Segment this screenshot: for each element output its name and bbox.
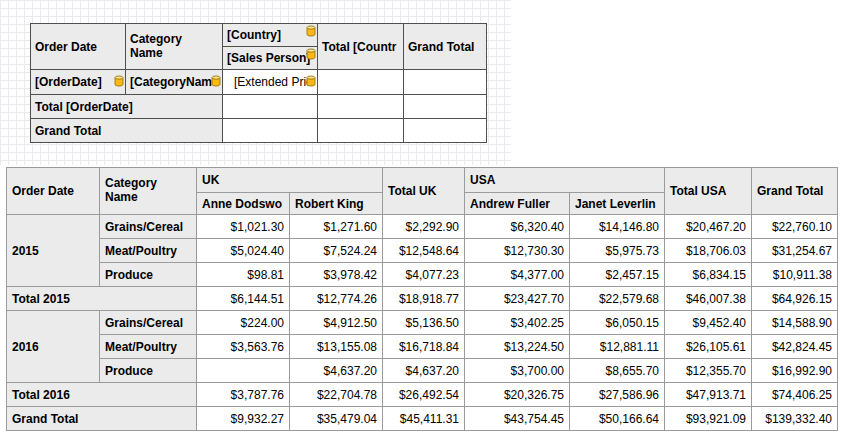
value-cell (197, 359, 290, 383)
value-cell: $31,254.67 (752, 239, 838, 263)
col-header-order-date: Order Date (7, 168, 100, 215)
pivot-designer-table: Order Date Category Name [Country] Total… (30, 23, 487, 143)
value-cell: $2,292.90 (383, 215, 465, 239)
value-cell: $16,992.90 (752, 359, 838, 383)
value-cell: $18,706.03 (665, 239, 752, 263)
col-group-usa: USA (465, 168, 665, 193)
designer-empty-cell[interactable] (404, 95, 487, 119)
col-header-janet-leverlin: Janet Leverlin (570, 193, 665, 215)
row-header-grand-total: Grand Total (7, 407, 197, 431)
value-cell: $45,411.31 (383, 407, 465, 431)
value-cell: $47,913.71 (665, 383, 752, 407)
designer-cell-country-field[interactable]: [Country] (223, 24, 318, 47)
value-cell: $64,926.15 (752, 287, 838, 311)
col-header-total-usa: Total USA (665, 168, 752, 215)
value-cell: $26,492.54 (383, 383, 465, 407)
designer-empty-cell[interactable] (223, 119, 318, 143)
value-cell: $98.81 (197, 263, 290, 287)
row-header-year-2016: 2016 (7, 311, 100, 383)
designer-cell-total-orderdate[interactable]: Total [OrderDate] (31, 95, 223, 119)
designer-cell-total-country[interactable]: Total [Countr (318, 24, 404, 70)
col-header-robert-king: Robert King (290, 193, 383, 215)
value-cell: $5,024.40 (197, 239, 290, 263)
row-header-category: Grains/Cereal (100, 215, 197, 239)
value-cell: $13,155.08 (290, 335, 383, 359)
value-cell: $7,524.24 (290, 239, 383, 263)
field-label: [Extended Pric (234, 75, 312, 89)
value-cell: $9,932.27 (197, 407, 290, 431)
value-cell: $12,774.26 (290, 287, 383, 311)
value-cell: $4,637.20 (290, 359, 383, 383)
value-cell: $22,704.78 (290, 383, 383, 407)
field-label: [Sales Person] (227, 51, 310, 65)
designer-empty-cell[interactable] (318, 119, 404, 143)
value-cell: $3,978.42 (290, 263, 383, 287)
value-cell: $18,918.77 (383, 287, 465, 311)
field-label: [OrderDate] (35, 75, 102, 89)
row-header-category: Produce (100, 359, 197, 383)
designer-cell-grand-total-row[interactable]: Grand Total (31, 119, 223, 143)
value-cell: $26,105.61 (665, 335, 752, 359)
value-cell: $12,730.30 (465, 239, 570, 263)
col-header-category-name: Category Name (100, 168, 197, 215)
designer-cell-orderdate-field[interactable]: [OrderDate] (31, 70, 126, 95)
database-field-icon (306, 48, 316, 60)
value-cell: $6,834.15 (665, 263, 752, 287)
table-row: Produce $98.81 $3,978.42 $4,077.23 $4,37… (7, 263, 838, 287)
value-cell: $12,881.11 (570, 335, 665, 359)
value-cell: $16,718.84 (383, 335, 465, 359)
value-cell: $3,563.76 (197, 335, 290, 359)
designer-empty-cell[interactable] (404, 119, 487, 143)
value-cell: $1,021.30 (197, 215, 290, 239)
value-cell: $20,467.20 (665, 215, 752, 239)
value-cell: $8,655.70 (570, 359, 665, 383)
value-cell: $5,975.73 (570, 239, 665, 263)
value-cell: $1,271.60 (290, 215, 383, 239)
field-label: [CategoryNam (130, 75, 212, 89)
value-cell: $5,136.50 (383, 311, 465, 335)
row-header-total-2016: Total 2016 (7, 383, 197, 407)
value-cell: $14,588.90 (752, 311, 838, 335)
value-cell: $13,224.50 (465, 335, 570, 359)
designer-cell-categoryname-field[interactable]: [CategoryNam (126, 70, 223, 95)
row-header-category: Meat/Poultry (100, 239, 197, 263)
value-cell: $6,144.51 (197, 287, 290, 311)
value-cell: $46,007.38 (665, 287, 752, 311)
designer-cell-extendedprice-field[interactable]: [Extended Pric (223, 70, 318, 95)
report-design-surface[interactable]: Order Date Category Name [Country] Total… (0, 0, 511, 165)
table-row: 2016 Grains/Cereal $224.00 $4,912.50 $5,… (7, 311, 838, 335)
col-header-total-uk: Total UK (383, 168, 465, 215)
database-field-icon (211, 75, 221, 87)
value-cell: $43,754.45 (465, 407, 570, 431)
value-cell: $93,921.09 (665, 407, 752, 431)
value-cell: $3,787.76 (197, 383, 290, 407)
designer-cell-sales-person-field[interactable]: [Sales Person] (223, 47, 318, 70)
designer-cell-category-name[interactable]: Category Name (126, 24, 223, 70)
value-cell: $22,579.68 (570, 287, 665, 311)
row-header-category: Meat/Poultry (100, 335, 197, 359)
col-group-uk: UK (197, 168, 383, 193)
pivot-preview-table: Order Date Category Name UK Total UK USA… (6, 167, 838, 431)
table-row: Meat/Poultry $3,563.76 $13,155.08 $16,71… (7, 335, 838, 359)
designer-empty-cell[interactable] (318, 70, 404, 95)
col-header-grand-total: Grand Total (752, 168, 838, 215)
value-cell: $4,912.50 (290, 311, 383, 335)
designer-cell-order-date[interactable]: Order Date (31, 24, 126, 70)
value-cell: $3,402.25 (465, 311, 570, 335)
designer-cell-grand-total-col[interactable]: Grand Total (404, 24, 487, 70)
table-row: Produce $4,637.20 $4,637.20 $3,700.00 $8… (7, 359, 838, 383)
designer-empty-cell[interactable] (318, 95, 404, 119)
value-cell: $224.00 (197, 311, 290, 335)
designer-empty-cell[interactable] (223, 95, 318, 119)
row-header-category: Produce (100, 263, 197, 287)
database-field-icon (114, 75, 124, 87)
row-header-total-2015: Total 2015 (7, 287, 197, 311)
total-row: Total 2015 $6,144.51 $12,774.26 $18,918.… (7, 287, 838, 311)
table-row: 2015 Grains/Cereal $1,021.30 $1,271.60 $… (7, 215, 838, 239)
value-cell: $9,452.40 (665, 311, 752, 335)
total-row: Total 2016 $3,787.76 $22,704.78 $26,492.… (7, 383, 838, 407)
designer-empty-cell[interactable] (404, 70, 487, 95)
database-field-icon (306, 25, 316, 37)
value-cell: $6,050.15 (570, 311, 665, 335)
row-header-year-2015: 2015 (7, 215, 100, 287)
